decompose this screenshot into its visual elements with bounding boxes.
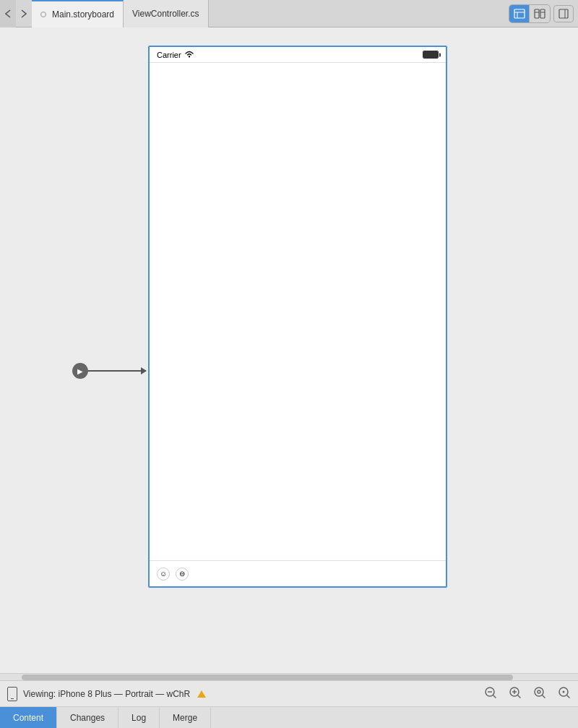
- tab-label: Main.storyboard: [52, 9, 114, 20]
- minus-circle-icon[interactable]: ⊖: [176, 568, 189, 581]
- carrier-label: Carrier: [157, 51, 181, 59]
- toolbar-right: [504, 4, 578, 23]
- smiley-icon[interactable]: ☺: [157, 568, 170, 581]
- tab-log[interactable]: Log: [118, 707, 160, 728]
- zoom-controls: [484, 686, 571, 702]
- tab-label: ViewController.cs: [132, 9, 199, 19]
- svg-point-18: [538, 690, 540, 693]
- svg-line-19: [543, 695, 545, 698]
- horizontal-scrollbar[interactable]: [0, 673, 578, 680]
- inspector-button[interactable]: [553, 5, 574, 22]
- iphone-frame[interactable]: Carrier ☺ ⊖: [148, 46, 447, 588]
- warning-triangle: [197, 690, 206, 698]
- iphone-content: [150, 63, 446, 560]
- svg-point-9: [189, 56, 190, 57]
- status-bar: Viewing: iPhone 8 Plus — Portrait — wChR: [0, 680, 578, 706]
- svg-point-17: [535, 688, 543, 696]
- entry-point-icon: ▶: [72, 363, 88, 379]
- svg-point-22: [563, 690, 565, 693]
- tab-main-storyboard[interactable]: Main.storyboard: [32, 0, 124, 27]
- zoom-custom-button[interactable]: [558, 686, 571, 702]
- svg-line-12: [493, 695, 496, 698]
- svg-rect-3: [535, 9, 539, 18]
- nav-back-button[interactable]: [0, 0, 16, 27]
- tab-bar: Main.storyboard ViewController.cs: [0, 0, 578, 27]
- svg-rect-4: [540, 9, 545, 18]
- entry-arrow-line: [88, 370, 146, 372]
- entry-arrow: ▶: [72, 363, 146, 379]
- tab-content[interactable]: Content: [0, 707, 57, 728]
- bottom-tab-bar: Content Changes Log Merge: [0, 706, 578, 728]
- tab-dot: [40, 12, 46, 17]
- wifi-icon: [184, 50, 194, 60]
- viewing-info: Viewing: iPhone 8 Plus — Portrait — wChR: [7, 687, 206, 701]
- svg-rect-7: [559, 9, 568, 18]
- tab-merge[interactable]: Merge: [160, 707, 211, 728]
- svg-line-21: [567, 695, 569, 698]
- svg-rect-0: [514, 9, 525, 18]
- carrier-info: Carrier: [157, 50, 194, 60]
- assistant-editor-button[interactable]: [530, 5, 550, 22]
- view-toggle-group: [509, 4, 551, 23]
- nav-forward-button[interactable]: [16, 0, 32, 27]
- tab-viewcontroller[interactable]: ViewController.cs: [124, 0, 208, 27]
- iphone-bottom-bar: ☺ ⊖: [150, 560, 446, 586]
- viewing-label: Viewing: iPhone 8 Plus — Portrait — wChR: [23, 689, 190, 699]
- device-icon: [7, 687, 17, 701]
- canvas-area[interactable]: ▶ Carrier: [0, 27, 578, 673]
- iphone-status-bar: Carrier: [150, 47, 446, 63]
- svg-line-16: [518, 695, 520, 698]
- tab-changes[interactable]: Changes: [57, 707, 118, 728]
- standard-editor-button[interactable]: [509, 5, 530, 22]
- zoom-out-button[interactable]: [484, 686, 497, 702]
- zoom-in-button[interactable]: [509, 686, 522, 702]
- battery-icon: [423, 51, 439, 59]
- zoom-fit-button[interactable]: [533, 686, 546, 702]
- scrollbar-thumb[interactable]: [22, 675, 513, 680]
